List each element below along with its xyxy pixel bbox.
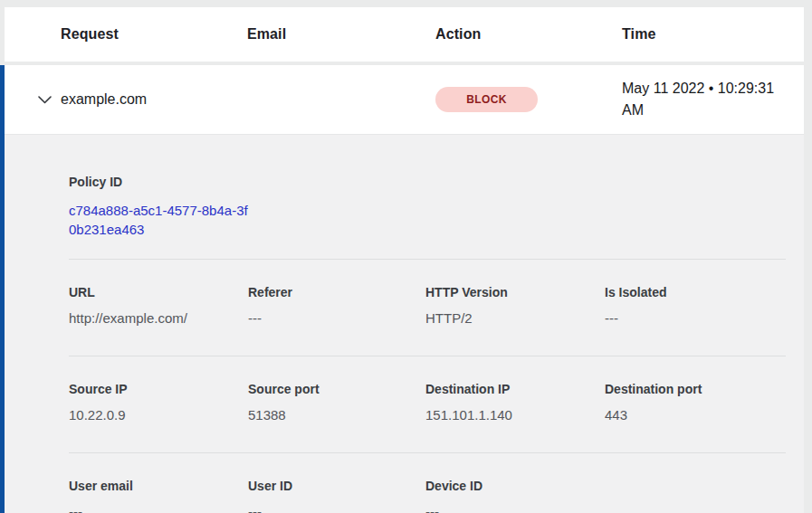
policy-id-block: Policy ID c784a888-a5c1-4577-8b4a-3f0b23… bbox=[69, 135, 786, 259]
field-label: Referer bbox=[248, 285, 425, 299]
field-label: Source port bbox=[248, 382, 425, 396]
action-badge: BLOCK bbox=[435, 87, 538, 112]
policy-id-label: Policy ID bbox=[69, 175, 786, 189]
detail-field-source-port: Source port 51388 bbox=[248, 382, 425, 423]
detail-field-url: URL http://example.com/ bbox=[69, 285, 248, 327]
detail-field-device-id: Device ID --- bbox=[425, 479, 605, 513]
policy-id-link[interactable]: c784a888-a5c1-4577-8b4a-3f0b231ea463 bbox=[69, 201, 250, 239]
requests-table: Request Email Action Time example.com BL… bbox=[0, 7, 804, 513]
column-header-time: Time bbox=[622, 26, 804, 43]
detail-field-referer: Referer --- bbox=[248, 285, 425, 327]
field-value: HTTP/2 bbox=[425, 310, 605, 327]
detail-field-destination-port: Destination port 443 bbox=[605, 382, 786, 423]
table-row[interactable]: example.com BLOCK May 11 2022 • 10:29:31… bbox=[5, 65, 804, 134]
field-label: URL bbox=[69, 285, 248, 299]
field-value: --- bbox=[425, 504, 605, 513]
field-label: Destination IP bbox=[425, 382, 605, 396]
field-value: 443 bbox=[605, 407, 786, 423]
field-value: --- bbox=[69, 504, 248, 513]
field-value: http://example.com/ bbox=[69, 310, 248, 327]
request-cell: example.com bbox=[61, 91, 247, 108]
activity-log-page: Request Email Action Time example.com BL… bbox=[0, 0, 812, 513]
column-header-email: Email bbox=[247, 26, 435, 43]
field-label: User email bbox=[69, 479, 248, 493]
field-label: Source IP bbox=[69, 382, 248, 396]
time-cell: May 11 2022 • 10:29:31 AM bbox=[622, 78, 796, 121]
field-value: --- bbox=[605, 310, 786, 327]
expanded-row-group: example.com BLOCK May 11 2022 • 10:29:31… bbox=[0, 65, 804, 513]
field-value: --- bbox=[248, 310, 425, 327]
detail-field-is-isolated: Is Isolated --- bbox=[605, 285, 786, 327]
field-value: --- bbox=[248, 504, 425, 513]
column-header-request: Request bbox=[61, 26, 247, 43]
detail-field-user-email: User email --- bbox=[69, 479, 248, 513]
field-value: 10.22.0.9 bbox=[69, 407, 248, 423]
field-value: 51388 bbox=[248, 407, 425, 423]
field-label: HTTP Version bbox=[425, 285, 605, 299]
detail-field-user-id: User ID --- bbox=[248, 479, 425, 513]
detail-row-url: URL http://example.com/ Referer --- HTTP… bbox=[69, 259, 786, 356]
field-value: 151.101.1.140 bbox=[425, 407, 605, 423]
row-details-panel: Policy ID c784a888-a5c1-4577-8b4a-3f0b23… bbox=[5, 134, 804, 513]
detail-row-user: User email --- User ID --- Device ID --- bbox=[69, 452, 786, 513]
field-label: Device ID bbox=[425, 479, 605, 493]
field-label: Destination port bbox=[605, 382, 786, 396]
expand-toggle[interactable] bbox=[5, 96, 61, 104]
field-label: User ID bbox=[248, 479, 425, 493]
table-header: Request Email Action Time bbox=[5, 7, 804, 62]
detail-field-source-ip: Source IP 10.22.0.9 bbox=[69, 382, 248, 423]
column-header-action: Action bbox=[435, 26, 622, 43]
detail-row-network: Source IP 10.22.0.9 Source port 51388 De… bbox=[69, 356, 786, 452]
action-cell: BLOCK bbox=[435, 87, 622, 112]
detail-field-destination-ip: Destination IP 151.101.1.140 bbox=[425, 382, 605, 423]
chevron-down-icon bbox=[38, 96, 52, 104]
detail-field-http-version: HTTP Version HTTP/2 bbox=[425, 285, 605, 327]
field-label: Is Isolated bbox=[605, 285, 786, 299]
